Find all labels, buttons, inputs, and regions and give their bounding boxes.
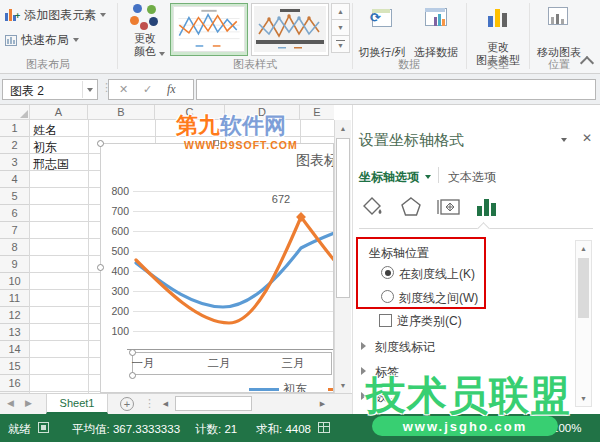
- move-chart-button[interactable]: 移动图表: [532, 5, 586, 63]
- cell-a2[interactable]: 初东: [33, 139, 57, 156]
- chart-title[interactable]: 图表标题: [296, 152, 334, 170]
- chart-object[interactable]: 图表标题 800700600500400300200100 672 一月 二月 …: [100, 143, 334, 393]
- row-header[interactable]: 3: [0, 154, 29, 171]
- hscroll-left-button[interactable]: ◀: [158, 396, 173, 412]
- x-label-mar: 三月: [275, 356, 311, 371]
- checkbox-reverse-order-label[interactable]: 逆序类别(C): [397, 313, 462, 330]
- row-header[interactable]: 16: [0, 375, 29, 392]
- cell-a1[interactable]: 姓名: [33, 122, 57, 139]
- row-header[interactable]: 12: [0, 307, 29, 324]
- checkbox-reverse-order[interactable]: [379, 314, 392, 327]
- select-all-corner[interactable]: [0, 105, 30, 120]
- gallery-scroll-down-button[interactable]: ▼: [331, 19, 350, 36]
- row-header[interactable]: 14: [0, 341, 29, 358]
- effects-icon[interactable]: [399, 196, 423, 218]
- pane-scroll-down-button[interactable]: ▼: [576, 391, 591, 406]
- add-chart-element-button[interactable]: + 添加图表元素: [5, 6, 106, 24]
- row-header[interactable]: 11: [0, 290, 29, 307]
- chart-handle-topleft[interactable]: [97, 140, 104, 147]
- chart-handle-midleft[interactable]: [97, 264, 104, 271]
- watermark-d9soft: 第九软件网: [176, 114, 286, 138]
- tab-axis-options[interactable]: 坐标轴选项: [359, 169, 419, 186]
- pane-scrollbar-thumb[interactable]: [578, 258, 589, 318]
- y-tick: 500: [105, 241, 129, 261]
- tab-text-options[interactable]: 文本选项: [448, 169, 496, 186]
- quick-layout-label: 快速布局: [21, 32, 69, 49]
- select-data-button[interactable]: 选择数据: [409, 5, 463, 63]
- scroll-down-button[interactable]: ▼: [335, 377, 351, 393]
- change-colors-label: 更改颜色: [132, 32, 158, 58]
- cancel-button[interactable]: ✕: [119, 83, 128, 96]
- enter-button[interactable]: ✓: [143, 83, 152, 96]
- sheet-nav-left-icon[interactable]: ◀: [7, 398, 14, 408]
- data-label-672[interactable]: 672: [261, 193, 301, 205]
- quick-layout-button[interactable]: 快速布局: [5, 31, 79, 49]
- name-box[interactable]: 图表 2: [2, 79, 98, 100]
- status-average[interactable]: 平均值: 367.3333333: [72, 422, 180, 437]
- vertical-scrollbar[interactable]: ▲ ▼: [334, 120, 351, 393]
- insert-function-button[interactable]: fx: [167, 82, 176, 97]
- y-tick: 300: [105, 281, 129, 301]
- move-chart-icon: [548, 7, 570, 27]
- chart-style-2-preview: [254, 6, 326, 52]
- legend-line-blue: [249, 388, 279, 391]
- row-headers: 12345678910111213141516: [0, 120, 30, 393]
- fill-line-icon[interactable]: [361, 196, 385, 218]
- column-header-b[interactable]: B: [88, 105, 155, 120]
- add-sheet-button[interactable]: +: [120, 397, 134, 411]
- row-header[interactable]: 1: [0, 120, 29, 137]
- pane-options-dropdown-icon[interactable]: [561, 138, 567, 142]
- axis-options-icon[interactable]: [475, 196, 499, 218]
- x-axis-line[interactable]: [127, 349, 334, 350]
- row-header[interactable]: 4: [0, 171, 29, 188]
- row-header[interactable]: 7: [0, 222, 29, 239]
- y-tick: 100: [105, 321, 129, 341]
- chart-style-thumb-2[interactable]: [251, 3, 329, 56]
- name-box-dropdown-icon[interactable]: [87, 88, 93, 92]
- change-chart-type-label-1: 更改: [469, 41, 527, 53]
- status-count[interactable]: 计数: 21: [195, 422, 237, 437]
- scrollbar-thumb[interactable]: [336, 138, 350, 298]
- view-normal-icon[interactable]: [318, 422, 330, 433]
- row-header[interactable]: 15: [0, 358, 29, 375]
- group-label-data: 数据: [356, 57, 462, 72]
- status-sum[interactable]: 求和: 4408: [256, 422, 311, 437]
- chart-style-thumb-selected[interactable]: [170, 3, 248, 56]
- hscrollbar-thumb[interactable]: [175, 396, 252, 411]
- row-header[interactable]: 5: [0, 188, 29, 205]
- formula-input[interactable]: [196, 79, 596, 100]
- y-tick: 800: [105, 181, 129, 201]
- size-properties-icon[interactable]: [437, 196, 463, 218]
- gallery-more-button[interactable]: ▼: [331, 35, 350, 53]
- hscroll-right-button[interactable]: ▶: [315, 396, 330, 412]
- change-chart-type-button[interactable]: 更改 图表类型: [469, 5, 527, 65]
- column-header-a[interactable]: A: [30, 105, 88, 120]
- cell-a3[interactable]: 邢志国: [33, 156, 69, 173]
- row-header[interactable]: 6: [0, 205, 29, 222]
- row-header[interactable]: 8: [0, 239, 29, 256]
- pane-scroll-up-button[interactable]: ▲: [576, 241, 591, 256]
- gallery-scroll-up-button[interactable]: ▲: [331, 3, 350, 20]
- chart-style-1-preview: [173, 6, 245, 52]
- expand-arrow-icon[interactable]: [361, 342, 366, 350]
- row-header[interactable]: 10: [0, 273, 29, 290]
- chart-series-lines[interactable]: [133, 186, 334, 361]
- axis-selection-handle[interactable]: [129, 372, 136, 379]
- legend-label-series1[interactable]: 初东: [283, 381, 307, 393]
- item-tick-marks[interactable]: 刻度线标记: [375, 339, 435, 356]
- group-label-location: 位置: [533, 57, 585, 72]
- axis-selection-handle[interactable]: [129, 349, 136, 356]
- switch-row-col-button[interactable]: ⟳ 切换行/列: [355, 5, 409, 63]
- scroll-up-button[interactable]: ▲: [335, 120, 351, 136]
- row-header[interactable]: 13: [0, 324, 29, 341]
- sheet-nav-right-icon[interactable]: ▶: [25, 398, 32, 408]
- pane-scrollbar[interactable]: ▲ ▼: [575, 240, 592, 407]
- macro-record-icon[interactable]: [38, 422, 49, 433]
- row-header[interactable]: 9: [0, 256, 29, 273]
- pane-close-icon[interactable]: ✕: [582, 131, 592, 145]
- sheet-tab-active[interactable]: Sheet1: [46, 394, 108, 414]
- axis-options-dropdown-icon[interactable]: [425, 175, 431, 179]
- change-colors-button[interactable]: 更改颜色: [121, 4, 169, 66]
- row-header[interactable]: 2: [0, 137, 29, 154]
- column-header-e[interactable]: E: [300, 105, 334, 120]
